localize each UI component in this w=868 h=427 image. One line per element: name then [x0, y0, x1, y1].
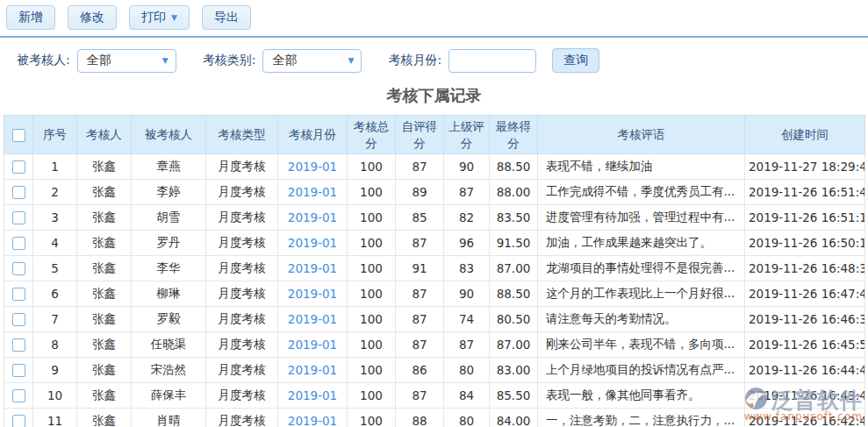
table-row: 4张鑫罗丹月度考核2019-01100879691.50加油，工作成果越来越突出… [4, 231, 865, 256]
cell-final-score: 85.50 [490, 383, 538, 409]
assessee-select-value: 全部 [87, 53, 111, 68]
cell-month: 2019-01 [278, 256, 348, 281]
row-checkbox[interactable] [12, 211, 25, 224]
cell-superior-score: 96 [444, 231, 490, 256]
row-checkbox[interactable] [12, 313, 25, 326]
cell-self-score: 88 [396, 409, 444, 427]
month-link[interactable]: 2019-01 [288, 185, 337, 199]
row-checkbox[interactable] [12, 288, 25, 301]
table-row: 8张鑫任晓渠月度考核2019-01100878787.00刚来公司半年，表现不错… [4, 332, 865, 358]
cell-assessee: 胡雪 [132, 205, 206, 231]
month-link[interactable]: 2019-01 [288, 210, 337, 224]
column-header: 创建时间 [745, 116, 865, 154]
row-checkbox[interactable] [12, 364, 25, 377]
cell-superior-score: 74 [444, 307, 490, 332]
month-link[interactable]: 2019-01 [288, 363, 337, 377]
table-row: 2张鑫李婷月度考核2019-01100898788.00工作完成得不错，季度优秀… [4, 180, 865, 205]
category-filter-label: 考核类别: [203, 53, 256, 68]
export-button[interactable]: 导出 [202, 5, 251, 30]
row-checkbox[interactable] [12, 160, 25, 174]
category-select-value: 全部 [272, 53, 297, 68]
row-checkbox[interactable] [12, 262, 25, 275]
cell-comment: 上个月绿地项目的投诉情况有点严... [538, 358, 745, 383]
modify-button-label: 修改 [80, 10, 104, 25]
cell-assessor: 张鑫 [77, 180, 132, 205]
cell-month: 2019-01 [278, 154, 348, 180]
cell-assessor: 张鑫 [77, 332, 132, 358]
month-input[interactable] [448, 49, 536, 73]
row-checkbox[interactable] [12, 338, 25, 352]
row-checkbox[interactable] [12, 186, 25, 199]
cell-final-score: 87.00 [490, 332, 538, 358]
row-select-cell [4, 358, 33, 383]
cell-month: 2019-01 [278, 180, 348, 205]
cell-assessee: 罗毅 [132, 307, 206, 332]
month-link[interactable]: 2019-01 [288, 160, 337, 174]
month-link[interactable]: 2019-01 [288, 338, 337, 352]
row-select-cell [4, 154, 33, 180]
cell-month: 2019-01 [278, 281, 348, 307]
cell-created: 2019-11-26 16:43:42 [745, 383, 865, 409]
cell-comment: 龙湖项目的事情处理得不是很完善... [538, 256, 745, 281]
cell-comment: 进度管理有待加强，管理过程中有... [538, 205, 745, 231]
row-checkbox[interactable] [12, 237, 25, 250]
table-header-row: 序号考核人被考核人考核类型考核月份考核总分自评得分上级评分最终得分考核评语创建时… [4, 116, 865, 154]
cell-assessee: 任晓渠 [132, 332, 206, 358]
cell-comment: 刚来公司半年，表现不错，多向项... [538, 332, 745, 358]
cell-month: 2019-01 [278, 307, 348, 332]
search-button[interactable]: 查询 [552, 48, 599, 73]
table-row: 9张鑫宋浩然月度考核2019-01100868083.00上个月绿地项目的投诉情… [4, 358, 865, 383]
month-link[interactable]: 2019-01 [288, 414, 337, 427]
month-link[interactable]: 2019-01 [288, 388, 337, 402]
cell-total: 100 [348, 409, 396, 427]
cell-superior-score: 80 [444, 409, 490, 427]
cell-self-score: 87 [396, 281, 444, 307]
cell-final-score: 88.50 [490, 281, 538, 307]
cell-final-score: 83.50 [490, 205, 538, 231]
cell-comment: 这个月的工作表现比上一个月好很... [538, 281, 745, 307]
column-header: 考核总分 [348, 116, 396, 154]
row-checkbox[interactable] [12, 415, 25, 427]
cell-created: 2019-11-26 16:47:44 [745, 281, 865, 307]
select-all-checkbox[interactable] [12, 129, 25, 142]
category-select[interactable]: 全部 ▼ [262, 49, 362, 73]
print-button[interactable]: 打印 ▼ [129, 5, 190, 30]
cell-assessor: 张鑫 [77, 256, 132, 281]
month-link[interactable]: 2019-01 [288, 261, 337, 275]
month-link[interactable]: 2019-01 [288, 287, 337, 301]
cell-created: 2019-11-26 16:42:45 [745, 409, 865, 427]
modify-button[interactable]: 修改 [68, 5, 117, 30]
cell-superior-score: 83 [444, 256, 490, 281]
month-link[interactable]: 2019-01 [288, 312, 337, 326]
cell-type: 月度考核 [206, 154, 278, 180]
row-select-cell [4, 205, 33, 231]
row-select-cell [4, 231, 33, 256]
cell-type: 月度考核 [206, 281, 278, 307]
table-row: 5张鑫李华月度考核2019-01100918387.00龙湖项目的事情处理得不是… [4, 256, 865, 281]
row-select-cell [4, 409, 33, 427]
cell-superior-score: 82 [444, 205, 490, 231]
cell-assessor: 张鑫 [77, 205, 132, 231]
cell-assessor: 张鑫 [77, 358, 132, 383]
add-button[interactable]: 新增 [6, 5, 55, 30]
row-checkbox[interactable] [12, 389, 25, 402]
row-select-cell [4, 383, 33, 409]
assessee-select[interactable]: 全部 ▼ [77, 49, 176, 73]
row-select-cell [4, 256, 33, 281]
cell-created: 2019-11-27 18:29:40 [745, 154, 865, 180]
cell-assessee: 李华 [132, 256, 206, 281]
select-all-cell [4, 116, 33, 154]
cell-comment: 表现一般，像其他同事看齐。 [538, 383, 745, 409]
column-header: 最终得分 [490, 116, 538, 154]
cell-final-score: 91.50 [490, 231, 538, 256]
cell-total: 100 [348, 154, 396, 180]
cell-created: 2019-11-26 16:44:46 [745, 358, 865, 383]
cell-comment: 一，注意考勤，二，注意执行力，... [538, 409, 745, 427]
cell-created: 2019-11-26 16:45:50 [745, 332, 865, 358]
cell-assessee: 罗丹 [132, 231, 206, 256]
cell-self-score: 89 [396, 180, 444, 205]
cell-created: 2019-11-26 16:46:35 [745, 307, 865, 332]
table-row: 3张鑫胡雪月度考核2019-01100858283.50进度管理有待加强，管理过… [4, 205, 865, 231]
month-link[interactable]: 2019-01 [288, 236, 337, 250]
cell-index: 4 [33, 231, 77, 256]
